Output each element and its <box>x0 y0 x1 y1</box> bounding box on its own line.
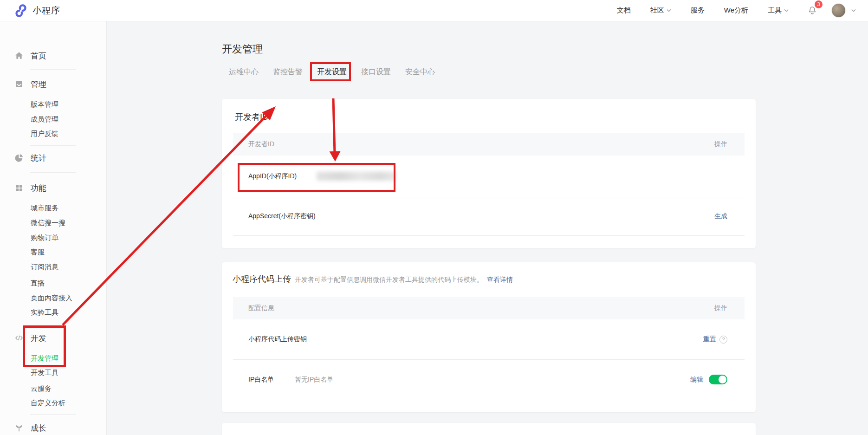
ip-whitelist-row: IP白名单 暂无IP白名单 编辑 <box>233 359 745 399</box>
nav-services[interactable]: 服务 <box>691 6 705 15</box>
tab-security-center[interactable]: 安全中心 <box>405 67 435 81</box>
app-logo[interactable]: 小程序 <box>14 4 60 18</box>
chevron-down-icon <box>667 9 671 12</box>
sidebar-item-live[interactable]: 直播 <box>31 279 45 288</box>
view-details-link[interactable]: 查看详情 <box>487 276 513 285</box>
sidebar: 首页 管理 版本管理 成员管理 用户反馈 统计 功能 城市服务 微信搜一搜 购物… <box>0 21 107 435</box>
tab-monitor-alert[interactable]: 监控告警 <box>273 67 303 81</box>
ip-whitelist-value: 暂无IP白名单 <box>295 376 333 384</box>
nav-docs[interactable]: 文档 <box>617 6 631 15</box>
nav-we-analysis[interactable]: We分析 <box>724 6 748 15</box>
account-chevron-down-icon[interactable] <box>851 9 856 12</box>
tab-api-settings[interactable]: 接口设置 <box>361 67 391 81</box>
sidebar-item-home[interactable]: 首页 <box>31 51 46 61</box>
col-config-info: 配置信息 <box>248 304 274 312</box>
upload-key-row: 小程序代码上传密钥 重置 ? <box>233 319 745 359</box>
code-upload-title: 小程序代码上传 <box>233 273 291 285</box>
col-actions: 操作 <box>714 304 727 312</box>
appsecret-label: AppSecret(小程序密钥) <box>248 212 316 221</box>
tab-ops-center[interactable]: 运维中心 <box>229 67 259 81</box>
sidebar-divider <box>30 69 76 70</box>
pie-icon <box>15 154 23 162</box>
sidebar-item-customer-service[interactable]: 客服 <box>31 248 45 257</box>
generate-secret-link[interactable]: 生成 <box>714 212 727 221</box>
logo-text: 小程序 <box>32 5 60 17</box>
user-avatar[interactable] <box>831 3 846 18</box>
sidebar-divider <box>30 145 76 146</box>
sidebar-divider <box>30 172 76 173</box>
ip-whitelist-actions: 编辑 <box>690 375 727 384</box>
main-area: 开发管理 运维中心 监控告警 开发设置 接口设置 安全中心 开发者ID 开发者I… <box>107 21 868 435</box>
sidebar-item-development-manage[interactable]: 开发管理 <box>31 354 58 363</box>
notification-bell[interactable]: 3 <box>807 4 817 17</box>
top-nav: 文档 社区 服务 We分析 工具 3 <box>597 3 868 18</box>
col-developer-id: 开发者ID <box>248 140 274 149</box>
developer-id-title: 开发者ID <box>235 111 268 123</box>
nav-community[interactable]: 社区 <box>650 6 671 15</box>
col-actions: 操作 <box>714 140 727 149</box>
ip-whitelist-label: IP白名单 <box>248 376 274 384</box>
sidebar-item-features[interactable]: 功能 <box>31 183 46 194</box>
code-upload-card: 小程序代码上传 开发者可基于配置信息调用微信开发者工具提供的代码上传模块。 查看… <box>222 262 756 412</box>
sidebar-item-development[interactable]: 开发 <box>31 333 46 344</box>
toggle-knob <box>719 376 726 383</box>
nav-tools[interactable]: 工具 <box>768 6 789 15</box>
sidebar-item-shopping-orders[interactable]: 购物订单 <box>31 234 58 242</box>
page-title: 开发管理 <box>222 42 263 56</box>
sidebar-item-statistics[interactable]: 统计 <box>31 153 46 163</box>
home-icon <box>15 52 23 60</box>
sidebar-item-member-manage[interactable]: 成员管理 <box>31 115 58 124</box>
sidebar-item-custom-analysis[interactable]: 自定义分析 <box>31 399 65 408</box>
sidebar-item-version-manage[interactable]: 版本管理 <box>31 100 58 109</box>
developer-id-card: 开发者ID 开发者ID 操作 AppID(小程序ID) AppSecret(小程… <box>222 99 756 248</box>
sidebar-item-manage[interactable]: 管理 <box>31 79 46 90</box>
edit-ip-whitelist-link[interactable]: 编辑 <box>690 376 703 384</box>
ip-whitelist-toggle[interactable] <box>709 375 727 384</box>
code-upload-header: 小程序代码上传 开发者可基于配置信息调用微信开发者工具提供的代码上传模块。 查看… <box>233 273 513 285</box>
sidebar-item-development-tools[interactable]: 开发工具 <box>31 369 58 377</box>
tray-icon <box>15 80 23 88</box>
appsecret-row: AppSecret(小程序密钥) 生成 <box>233 197 745 236</box>
sidebar-divider <box>30 414 76 415</box>
code-upload-description: 开发者可基于配置信息调用微信开发者工具提供的代码上传模块。 <box>295 276 483 285</box>
reset-key-action: 重置 ? <box>703 335 727 344</box>
appid-label: AppID(小程序ID) <box>248 172 297 181</box>
sidebar-item-subscribe-message[interactable]: 订阅消息 <box>31 263 58 272</box>
content-column: 开发管理 运维中心 监控告警 开发设置 接口设置 安全中心 开发者ID 开发者I… <box>222 21 756 435</box>
code-icon <box>15 334 23 342</box>
help-icon[interactable]: ? <box>719 336 727 344</box>
reset-key-link[interactable]: 重置 <box>703 335 716 344</box>
miniprogram-logo-icon <box>14 4 28 18</box>
sidebar-item-wechat-search[interactable]: 微信搜一搜 <box>31 219 65 227</box>
code-upload-table-header: 配置信息 操作 <box>233 297 745 319</box>
sidebar-divider <box>30 322 76 322</box>
tab-bar: 运维中心 监控告警 开发设置 接口设置 安全中心 <box>222 67 756 81</box>
sidebar-item-page-content-access[interactable]: 页面内容接入 <box>31 294 72 303</box>
notification-badge: 3 <box>815 0 823 8</box>
appid-row: AppID(小程序ID) <box>233 156 745 197</box>
upload-key-label: 小程序代码上传密钥 <box>248 335 307 344</box>
next-card-partial <box>222 423 756 435</box>
sidebar-item-user-feedback[interactable]: 用户反馈 <box>31 130 58 138</box>
sprout-icon <box>15 424 23 432</box>
appid-value-redacted <box>317 172 395 181</box>
chevron-down-icon <box>784 9 789 12</box>
developer-id-table-header: 开发者ID 操作 <box>233 133 745 156</box>
top-header: 小程序 文档 社区 服务 We分析 工具 3 <box>0 0 868 21</box>
tab-dev-settings[interactable]: 开发设置 <box>317 67 347 81</box>
sidebar-item-growth[interactable]: 成长 <box>31 423 46 434</box>
sidebar-item-experiment-tools[interactable]: 实验工具 <box>31 308 58 317</box>
sidebar-item-city-service[interactable]: 城市服务 <box>31 204 58 213</box>
sidebar-item-cloud-service[interactable]: 云服务 <box>31 384 52 393</box>
grid-icon <box>15 184 23 192</box>
